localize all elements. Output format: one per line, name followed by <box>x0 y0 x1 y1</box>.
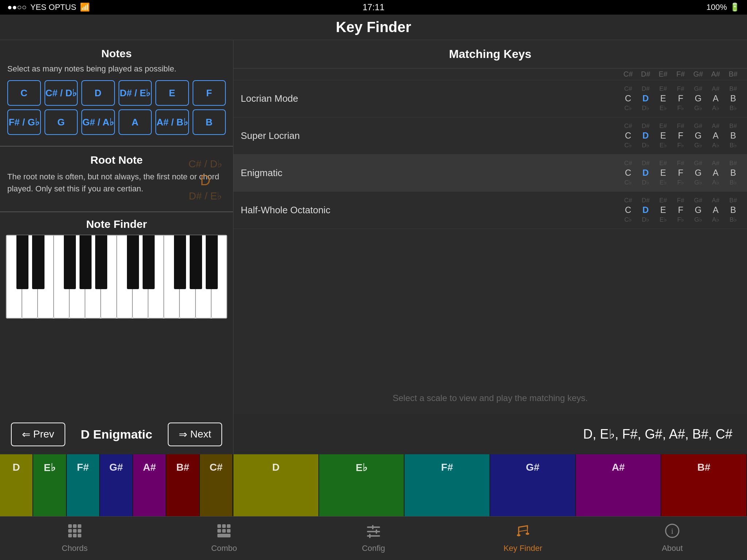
note-strip-card[interactable]: B# <box>166 454 200 516</box>
key-notes-group: C#D#E#F#G#A#B#CDEFGABC♭D♭E♭F♭G♭A♭B♭ <box>343 197 740 223</box>
key-note-top: G# <box>692 122 705 130</box>
app-layout: ●●○○ YES OPTUS 📶 17:11 100% 🔋 Key Finder… <box>0 0 747 560</box>
key-note-top: C# <box>622 85 635 93</box>
root-note-section: Root Note The root note is often, but no… <box>0 147 233 212</box>
matching-key-row[interactable]: Locrian ModeC#D#E#F#G#A#B#CDEFGABC♭D♭E♭F… <box>233 80 747 117</box>
piano-black-key[interactable] <box>64 235 76 289</box>
key-note-main: B <box>727 168 740 178</box>
svg-rect-21 <box>369 534 371 538</box>
note-button[interactable]: E <box>155 80 189 106</box>
piano-area <box>6 235 227 319</box>
status-bar: ●●○○ YES OPTUS 📶 17:11 100% 🔋 <box>0 0 747 15</box>
note-button[interactable]: F <box>193 80 226 106</box>
svg-rect-2 <box>78 524 81 528</box>
note-button[interactable]: A# / B♭ <box>155 109 189 135</box>
note-strip-left: DE♭F#G#A#B#C# <box>0 454 233 516</box>
key-note-main: B <box>727 205 740 215</box>
svg-line-23 <box>519 530 527 532</box>
key-note-bottom: C♭ <box>622 141 635 149</box>
key-note-top: D# <box>639 122 652 130</box>
matching-key-row[interactable]: Super LocrianC#D#E#F#G#A#B#CDEFGABC♭D♭E♭… <box>233 117 747 155</box>
svg-rect-6 <box>68 534 72 537</box>
matching-key-row[interactable]: EnigmaticC#D#E#F#G#A#B#CDEFGABC♭D♭E♭F♭G♭… <box>233 155 747 192</box>
piano-black-key[interactable] <box>16 235 28 289</box>
tab-icon-chords <box>67 524 82 541</box>
note-strip-card[interactable]: E♭ <box>33 454 66 516</box>
note-button[interactable]: G <box>44 109 78 135</box>
note-button[interactable]: D# / E♭ <box>119 80 152 106</box>
note-button[interactable]: F# / G♭ <box>7 109 41 135</box>
tab-item-combo[interactable]: Combo <box>150 524 299 553</box>
piano-black-key[interactable] <box>95 235 107 289</box>
key-note-main: A <box>709 131 722 141</box>
prev-button[interactable]: ⇐ Prev <box>11 423 65 446</box>
next-button[interactable]: ⇒ Next <box>168 423 222 446</box>
notes-subtitle: Select as many notes being played as pos… <box>7 64 226 74</box>
svg-rect-7 <box>73 534 77 537</box>
key-notes-group: C#D#E#F#G#A#B#CDEFGABC♭D♭E♭F♭G♭A♭B♭ <box>343 85 740 112</box>
key-note-main: G <box>692 168 705 178</box>
svg-text:i: i <box>671 526 673 536</box>
carrier-name: YES OPTUS <box>30 3 76 12</box>
key-note-bottom: F♭ <box>674 141 687 149</box>
tab-label-keyfinder: Key Finder <box>503 544 542 553</box>
matching-key-row[interactable]: Half-Whole OctatonicC#D#E#F#G#A#B#CDEFGA… <box>233 192 747 229</box>
note-button[interactable]: A <box>119 109 152 135</box>
piano-black-key[interactable] <box>174 235 186 289</box>
note-button[interactable]: B <box>193 109 226 135</box>
status-left: ●●○○ YES OPTUS 📶 <box>7 3 90 12</box>
key-note-main: D <box>639 205 652 215</box>
note-strip-card[interactable]: C# <box>200 454 233 516</box>
tab-icon-about: i <box>665 524 680 541</box>
svg-rect-3 <box>68 529 72 533</box>
status-right: 100% 🔋 <box>707 3 740 12</box>
tab-item-chords[interactable]: Chords <box>0 524 150 553</box>
note-strip-card[interactable]: G# <box>490 454 576 516</box>
piano-black-key[interactable] <box>127 235 139 289</box>
key-note-bottom: F♭ <box>674 104 687 112</box>
tab-item-about[interactable]: i About <box>597 524 747 553</box>
root-scroll-preview[interactable]: C# / D♭DD# / E♭ <box>189 158 222 203</box>
note-strip-card[interactable]: E♭ <box>319 454 405 516</box>
note-strip-card[interactable]: G# <box>100 454 133 516</box>
note-button[interactable]: C <box>7 80 41 106</box>
piano-keyboard[interactable] <box>6 235 227 319</box>
tab-item-keyfinder[interactable]: Key Finder <box>448 524 598 553</box>
piano-black-key[interactable] <box>190 235 202 289</box>
header-note: B# <box>727 70 740 78</box>
note-strip-card[interactable]: F# <box>67 454 100 516</box>
note-strip-card[interactable]: A# <box>576 454 662 516</box>
note-strip-card[interactable]: D <box>233 454 319 516</box>
key-notes-group: C#D#E#F#G#A#B#CDEFGABC♭D♭E♭F♭G♭A♭B♭ <box>343 122 740 149</box>
wifi-icon: 📶 <box>80 3 90 12</box>
note-strip-card[interactable]: A# <box>133 454 166 516</box>
note-strip-card[interactable]: D <box>0 454 33 516</box>
key-note-bottom: B♭ <box>727 179 740 186</box>
piano-black-key[interactable] <box>32 235 44 289</box>
key-note-main: D <box>639 168 652 178</box>
svg-rect-1 <box>73 524 77 528</box>
mode-label: Locrian Mode <box>241 93 343 104</box>
battery-icon: 🔋 <box>730 3 740 12</box>
key-note-top: B# <box>727 85 740 93</box>
key-note-bottom: F♭ <box>674 179 687 186</box>
note-button[interactable]: D <box>81 80 115 106</box>
note-strip-card[interactable]: B# <box>661 454 747 516</box>
battery-percent: 100% <box>707 3 727 12</box>
key-note-main: B <box>727 131 740 141</box>
piano-black-key[interactable] <box>143 235 155 289</box>
key-note-main: F <box>674 93 687 104</box>
piano-black-key[interactable] <box>206 235 218 289</box>
matching-keys-scroll[interactable]: Locrian ModeC#D#E#F#G#A#B#CDEFGABC♭D♭E♭F… <box>233 80 747 382</box>
piano-black-key[interactable] <box>80 235 92 289</box>
nav-strip-row: ⇐ Prev D Enigmatic ⇒ Next D, E♭, F#, G#,… <box>0 414 747 454</box>
note-strip-card[interactable]: F# <box>405 454 490 516</box>
key-note-bottom: G♭ <box>692 141 705 149</box>
note-button[interactable]: C# / D♭ <box>44 80 78 106</box>
svg-rect-12 <box>217 529 221 533</box>
tab-item-config[interactable]: Config <box>299 524 448 553</box>
key-note-top: A# <box>709 85 722 93</box>
key-note-main: C <box>622 93 635 104</box>
key-note-main: F <box>674 168 687 178</box>
note-button[interactable]: G# / A♭ <box>81 109 115 135</box>
